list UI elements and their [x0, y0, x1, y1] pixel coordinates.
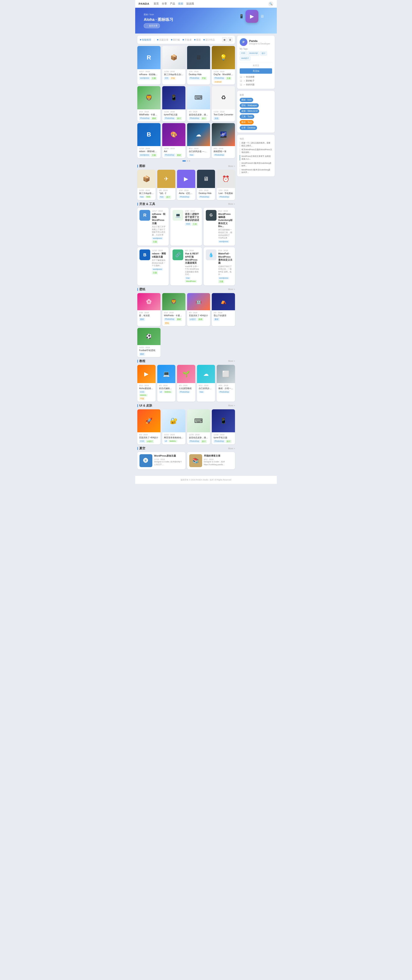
ui-card-2[interactable]: ⌨ 11/29 · 2018 波花动态皮肤，搜狗输入法 Photoshop设计 — [187, 409, 210, 445]
writing-card-0[interactable]: 🅦 WordPress原创主题 11/16 · 2019 Designer & … — [137, 452, 185, 469]
feed-area: 智能推荐 | 主题文章 部行帖 开发者 视觉 设计作品 ⊞ ☰ R 12/17 … — [137, 36, 235, 471]
nav-home[interactable]: 首页 — [154, 2, 159, 6]
ui-card-3[interactable]: 📱 11/16 · 2019 iiyme手机主题 Photoshop设计 — [212, 409, 235, 445]
ui-card-1[interactable]: 🔐 11/22 · 2019 网页登录表格移动画效果的实现 UlWebGL — [162, 409, 185, 445]
dev-card-0[interactable]: R 12/17 · 2018 mRvana · 轻拟物WordPress主题 关… — [137, 208, 169, 246]
cat-btn-0[interactable]: 图标 · Icon — [240, 98, 253, 102]
icons-section-title: 图标 — [137, 164, 145, 168]
search-icon[interactable]: 🔍 — [268, 1, 273, 6]
page-dot-1[interactable] — [182, 160, 186, 162]
cat-btn-4[interactable]: 教程 · Tech — [240, 120, 254, 124]
link-icon-2: → — [240, 83, 242, 86]
ui-thumb-3: 📱 — [212, 409, 235, 433]
tut-card-2[interactable]: 🌱 4/3 · 2018 大光源型教程 Photoshop — [177, 365, 195, 402]
card-title-0: mRvana · 轻拟物WordPress主题 — [139, 73, 159, 76]
filter-visual[interactable]: 视觉 — [194, 38, 201, 41]
wall-card-3[interactable]: ⛺ 2/3 · 2018 雪山下的露营 素材 — [212, 293, 235, 326]
dev-card-2[interactable]: G 9/12 · 2019 WordPress编辑器Gutenberg创新自定义… — [204, 208, 235, 246]
feed-card-5[interactable]: 📱 11/29 · 2018 iiyme手机主题 Photoshop 设计 — [162, 86, 185, 121]
recent-post-2[interactable]: WordPress文章的文章章节 如果是直接入口... — [240, 155, 272, 160]
list-view-btn[interactable]: ☰ — [228, 37, 232, 42]
ui-more-link[interactable]: More > — [228, 404, 235, 407]
follow-btn[interactable]: 关注ta — [240, 68, 272, 74]
recent-post-3[interactable]: WordPresss5.0版本前Gutenberg是如何... — [240, 162, 272, 167]
dev-section-header: 开发 & 工具 More > — [137, 202, 235, 206]
filter-smart[interactable]: 智能推荐 — [140, 38, 151, 41]
tut-card-3[interactable]: ☁ 9/12 · 2019 自己的同步盘 —— 群晖Nas的亮云... Nas — [197, 365, 215, 402]
icon-card-thumb-4: ⏰ — [217, 170, 235, 188]
feed-card-3[interactable]: 💡 11/16 · 2019 OrigTar · WordAM主题 Photos… — [212, 46, 235, 84]
hero-breadcrumb: 图标 / Icon — [144, 13, 173, 16]
dev-more-link[interactable]: More > — [228, 203, 235, 205]
hero-content: 图标 / Icon Aloha · 图标练习 → 返回文章 — [144, 13, 173, 28]
cat-btn-1[interactable]: 壁纸 · Wallpaper — [240, 103, 259, 108]
cat-btn-2[interactable]: 皮肤 · Skins & UI — [240, 109, 259, 113]
card-date-4: 2/14 · 2018 — [139, 111, 159, 113]
cat-btn-5[interactable]: 分享 · Desktop — [240, 126, 257, 130]
icon-card-2[interactable]: ▶ 1/10 · 2018 Aloha · 记忆分享 Photoshop — [177, 170, 195, 200]
feed-card-10[interactable]: ☁ 9/12 · 2019 自己的同步盘 —— 群晖Nas的亮云... Nas — [187, 123, 210, 158]
sidebar-link-1[interactable]: → → 新的帖子 — [240, 79, 272, 82]
card-date-8: 11/10 · 2018 — [139, 147, 159, 150]
ui-card-0[interactable]: 🚀 4/3 · 2018 页面消失了·404设计 CSSUI设计 — [137, 409, 160, 445]
recent-post-4[interactable]: WordPress5.0版本后Gutenberg是如何开... — [240, 169, 272, 174]
filter-dev[interactable]: 开发者 — [182, 38, 192, 41]
icons-more-link[interactable]: More > — [228, 165, 235, 167]
icon-card-0[interactable]: 📦 11/26 · 2018 第三方App骨点击iOS12的Sidebar设计 … — [137, 170, 155, 200]
page-dot-2[interactable] — [187, 160, 188, 162]
recent-post-1[interactable]: 有关WordPress主题的WordPress文章的资料... — [240, 148, 272, 154]
feed-card-8[interactable]: B 11/10 · 2018 reborn · 博客b框架主题 wordpres… — [137, 123, 160, 158]
nav-about[interactable]: 说说我 — [186, 2, 194, 6]
tut-thumb-4: ⬜ — [217, 365, 235, 383]
card-tags-5: Photoshop 设计 — [164, 117, 184, 120]
dev-card-3[interactable]: B 11/10 · 2018 reborn · 博客b框架主题 关于了解框架自的… — [137, 247, 169, 285]
cat-btn-3[interactable]: 工具 · Tools — [240, 115, 254, 119]
feed-card-7[interactable]: ♻ 11/16 · 2019 Text Code Converter 浏览 — [212, 86, 235, 121]
sidebar-link-2[interactable]: → → 你的问题 — [240, 83, 272, 86]
card-thumb-7: ♻ — [212, 86, 235, 109]
footer: 版权所有 © 2018 PANDA Studio · 技术 All Rights… — [135, 476, 277, 484]
feed-card-4[interactable]: 🦁 2/14 · 2018 WildFields · 卡通壁纸 Photosho… — [137, 86, 160, 121]
recent-post-0[interactable]: 搭建一个二进位法面的格局，需要能定义模式... — [240, 142, 272, 147]
wall-card-2[interactable]: 🤖 4/3 · 2018 页面消失了·404设计 UI设计插画 — [187, 293, 210, 326]
wall-card-1[interactable]: 🦁 2/14 · 2018 WildFields · 卡通壁纸 Photosho… — [162, 293, 185, 326]
tut-card-4[interactable]: ⬜ 4/01 · 2018 教程 · 介绍一种快捷制方法 Photoshop — [217, 365, 235, 402]
tut-more-link[interactable]: More > — [228, 360, 235, 362]
hero-read-more-btn[interactable]: → 返回文章 — [144, 24, 160, 28]
filter-design[interactable]: 设计作品 — [203, 38, 215, 41]
nav-product[interactable]: 产品 — [170, 2, 175, 6]
feed-card-11[interactable]: 🌌 4/01 · 2018 插画壁纸一张 Photoshop — [212, 123, 235, 158]
writing-more-link[interactable]: More > — [228, 447, 235, 450]
dev-card-thumb-4: 🔗 — [173, 250, 183, 260]
grid-view-btn[interactable]: ⊞ — [222, 37, 227, 42]
nav-explore[interactable]: 搜索 — [178, 2, 183, 6]
dev-card-4[interactable]: 🔗 4/3 · 2018 Vue & REST API打造WordPress主题… — [170, 247, 202, 285]
dev-card-1[interactable]: 💻 1/30 · 2018 语言二进制中若干使用了文章标识的说话 Web工具 — [170, 208, 202, 246]
card-tags-7: 浏览 — [214, 117, 233, 120]
filter-promote[interactable]: 部行帖 — [171, 38, 180, 41]
wall-card-4[interactable]: ⚽ 11/21 · 2019 Football手机壁纸 素材 — [137, 328, 160, 357]
sidebar-link-0[interactable]: → → 你说相册 — [240, 75, 272, 78]
nav-share[interactable]: 分享 — [162, 2, 167, 6]
wall-card-0[interactable]: 🌸 1/25 · 2018 爱，有深度 素材 — [137, 293, 160, 326]
feed-card-1[interactable]: 📦 11/26 · 2018 第三方App骨点击iOS12的Sidebar设计 … — [162, 46, 185, 84]
feed-card-6[interactable]: ⌨ 4/3 · 2018 波花动态皮肤，搜狗输入法 Photoshop 设计 — [187, 86, 210, 121]
icon-card-3[interactable]: 🖥 1/23 · 2018 Desktop Hide Photoshop — [197, 170, 215, 200]
view-toggle: ⊞ ☰ — [222, 37, 232, 42]
page-dot-3[interactable] — [189, 160, 190, 162]
tut-card-1[interactable]: 💻 4/3 · 2018 前后式编辑《百二版本》的设计分... UlWebGL — [157, 365, 176, 402]
writing-card-1[interactable]: 📚 早期的博客文章 9/12 · 2019 Designer & Coder，技… — [187, 452, 235, 469]
filter-main-article[interactable]: 主题文章 — [157, 38, 168, 41]
profile-header: P Panda Designer & Developer — [240, 38, 272, 46]
icon-card-1[interactable]: ✈ 4/8 · 2019 飞机 · 2 Nas设计 — [157, 170, 176, 200]
card-info-8: 11/10 · 2018 reborn · 博客b框架主题 wordpress … — [137, 146, 160, 158]
wall-more-link[interactable]: More > — [228, 288, 235, 291]
tut-card-0[interactable]: ▶ 9/12 · 2019 Aloha通道移动画在Web上的实现 CSSWebG… — [137, 365, 155, 402]
dev-card-5[interactable]: 💧 2/14 · 2018 WaterFall · WordPress瀑布自定义… — [204, 247, 235, 285]
icon-card-4[interactable]: ⏰ 1/10 · 2018 Lost · 手机图标 Photoshop — [217, 170, 235, 200]
feed-card-0[interactable]: R 12/17 · 2018 mRvana · 轻拟物WordPress主题 w… — [137, 46, 160, 84]
card-info-2: 1/25 · 2018 Desktop Hide Photoshop 开发 — [187, 69, 210, 81]
feed-card-9[interactable]: 🎨 12/30 · 2019 Ant Photoshop 素材 — [162, 123, 185, 158]
dev-card-thumb-2: G — [206, 210, 217, 221]
feed-card-2[interactable]: 🖥 1/25 · 2018 Desktop Hide Photoshop 开发 — [187, 46, 210, 84]
